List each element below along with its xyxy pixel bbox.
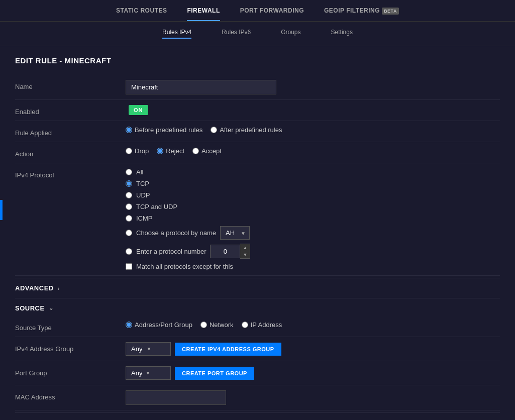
- spinner-up[interactable]: ▲: [240, 244, 250, 251]
- form-row-enabled: Enabled ON: [15, 100, 500, 121]
- protocol-row-all: All: [126, 168, 250, 176]
- label-enabled: Enabled: [15, 105, 126, 116]
- advanced-label: ADVANCED: [15, 284, 54, 292]
- label-source-ip-address: IP Address: [251, 321, 282, 329]
- form-row-action: Action Drop Reject Accept: [15, 142, 500, 163]
- protocol-number-input[interactable]: [210, 245, 240, 258]
- main-content: EDIT RULE - MINECRAFT Name Enabled ON Ru…: [0, 46, 515, 420]
- protocol-stack: All TCP UDP TCP and UDP ICMP: [126, 168, 250, 270]
- toggle-container: ON: [126, 105, 148, 115]
- content-source-type: Address/Port Group Network IP Address: [126, 321, 500, 329]
- radio-source-network[interactable]: Network: [200, 321, 234, 329]
- subnav-settings[interactable]: Settings: [331, 29, 353, 39]
- left-accent: [0, 200, 3, 220]
- radio-reject[interactable]: Reject: [157, 147, 184, 155]
- label-source-type: Source Type: [15, 321, 126, 332]
- radio-address-port-group[interactable]: Address/Port Group: [126, 321, 192, 329]
- radio-proto-tcp-udp[interactable]: [126, 203, 132, 210]
- form-row-source-type: Source Type Address/Port Group Network I…: [15, 316, 500, 337]
- label-proto-tcp-udp: TCP and UDP: [136, 203, 177, 211]
- nav-firewall[interactable]: FIREWALL: [187, 7, 220, 21]
- port-group-select[interactable]: Any ▼: [126, 366, 171, 380]
- label-proto-tcp: TCP: [136, 180, 149, 187]
- label-proto-by-number: Enter a protocol number: [136, 248, 206, 255]
- content-enabled: ON: [126, 105, 500, 115]
- label-ipv4-address-group: IPv4 Address Group: [15, 342, 126, 353]
- radio-source-ip-address[interactable]: IP Address: [242, 321, 282, 329]
- form-row-name: Name: [15, 75, 500, 100]
- source-label: SOURCE: [15, 304, 45, 312]
- label-after-predefined: After predefined rules: [220, 126, 282, 134]
- source-arrow-icon: ⌄: [49, 305, 54, 311]
- mac-address-input[interactable]: [126, 390, 226, 405]
- protocol-row-udp: UDP: [126, 191, 250, 199]
- label-proto-by-name: Choose a protocol by name: [136, 229, 216, 237]
- subnav-rules-ipv6[interactable]: Rules IPv6: [222, 29, 251, 39]
- protocol-name-select[interactable]: AH: [220, 226, 250, 240]
- beta-badge: BETA: [382, 8, 399, 15]
- radio-before-predefined[interactable]: Before predefined rules: [126, 126, 202, 134]
- number-spinners: ▲ ▼: [240, 244, 250, 259]
- top-navigation: STATIC ROUTES FIREWALL PORT FORWARDING G…: [0, 0, 515, 22]
- content-name: [126, 80, 500, 94]
- page-title: EDIT RULE - MINECRAFT: [15, 56, 500, 65]
- spinner-down[interactable]: ▼: [240, 251, 250, 258]
- protocol-row-by-number: Enter a protocol number ▲ ▼: [126, 244, 250, 259]
- content-mac-address: [126, 390, 500, 405]
- destination-section-header[interactable]: DESTINATION ⌄: [15, 412, 500, 420]
- protocol-row-tcp-udp: TCP and UDP: [126, 203, 250, 211]
- label-port-group: Port Group: [15, 366, 126, 377]
- radio-proto-all[interactable]: [126, 169, 132, 175]
- label-rule-applied: Rule Applied: [15, 126, 126, 137]
- radio-proto-udp[interactable]: [126, 192, 132, 198]
- radio-proto-by-name[interactable]: [126, 230, 132, 236]
- nav-geoip-filtering[interactable]: GEOIP FILTERINGBETA: [324, 7, 399, 21]
- content-action: Drop Reject Accept: [126, 147, 500, 155]
- radio-proto-icmp[interactable]: [126, 215, 132, 222]
- form-row-ipv4-address-group: IPv4 Address Group Any ▼ CREATE IPV4 ADD…: [15, 337, 500, 361]
- label-reject: Reject: [166, 147, 184, 155]
- content-rule-applied: Before predefined rules After predefined…: [126, 126, 500, 134]
- nav-static-routes[interactable]: STATIC ROUTES: [116, 7, 167, 21]
- create-port-group-button[interactable]: CREATE PORT GROUP: [175, 367, 254, 380]
- label-match-all: Match all protocols except for this: [136, 263, 233, 270]
- port-group-value: Any: [131, 369, 142, 377]
- form-row-mac-address: MAC Address: [15, 385, 500, 410]
- radio-drop[interactable]: Drop: [126, 147, 149, 155]
- protocol-row-tcp: TCP: [126, 180, 250, 187]
- protocol-row-by-name: Choose a protocol by name AH: [126, 226, 250, 240]
- advanced-arrow-icon: ›: [58, 285, 60, 291]
- content-ipv4-protocol: All TCP UDP TCP and UDP ICMP: [126, 168, 500, 270]
- sub-navigation: Rules IPv4 Rules IPv6 Groups Settings: [0, 22, 515, 46]
- nav-port-forwarding[interactable]: PORT FORWARDING: [240, 7, 304, 21]
- protocol-number-wrapper: ▲ ▼: [210, 244, 250, 259]
- form-row-ipv4-protocol: IPv4 Protocol All TCP UDP TCP and UDP: [15, 163, 500, 276]
- radio-after-predefined[interactable]: After predefined rules: [211, 126, 282, 134]
- label-proto-udp: UDP: [136, 191, 150, 199]
- label-proto-icmp: ICMP: [136, 215, 153, 222]
- radio-accept[interactable]: Accept: [192, 147, 222, 155]
- subnav-groups[interactable]: Groups: [281, 29, 300, 39]
- protocol-name-select-wrapper: AH: [220, 226, 250, 240]
- checkbox-match-all[interactable]: [126, 263, 132, 270]
- label-before-predefined: Before predefined rules: [135, 126, 202, 134]
- form-row-port-group: Port Group Any ▼ CREATE PORT GROUP: [15, 361, 500, 385]
- label-ipv4-protocol: IPv4 Protocol: [15, 168, 126, 179]
- protocol-row-match-all: Match all protocols except for this: [126, 263, 250, 270]
- radio-proto-by-number[interactable]: [126, 248, 132, 255]
- subnav-rules-ipv4[interactable]: Rules IPv4: [162, 29, 191, 39]
- toggle-switch[interactable]: ON: [129, 105, 148, 115]
- protocol-row-icmp: ICMP: [126, 215, 250, 222]
- source-section-header[interactable]: SOURCE ⌄: [15, 298, 500, 316]
- ipv4-address-group-value: Any: [131, 345, 142, 353]
- content-ipv4-address-group: Any ▼ CREATE IPV4 ADDRESS GROUP: [126, 342, 500, 356]
- label-drop: Drop: [135, 147, 149, 155]
- name-input[interactable]: [126, 80, 276, 94]
- content-port-group: Any ▼ CREATE PORT GROUP: [126, 366, 500, 380]
- label-action: Action: [15, 147, 126, 158]
- advanced-section-header[interactable]: ADVANCED ›: [15, 278, 500, 296]
- radio-proto-tcp[interactable]: [126, 180, 132, 187]
- label-accept: Accept: [201, 147, 222, 155]
- ipv4-address-group-select[interactable]: Any ▼: [126, 342, 171, 356]
- create-ipv4-address-group-button[interactable]: CREATE IPV4 ADDRESS GROUP: [175, 343, 281, 356]
